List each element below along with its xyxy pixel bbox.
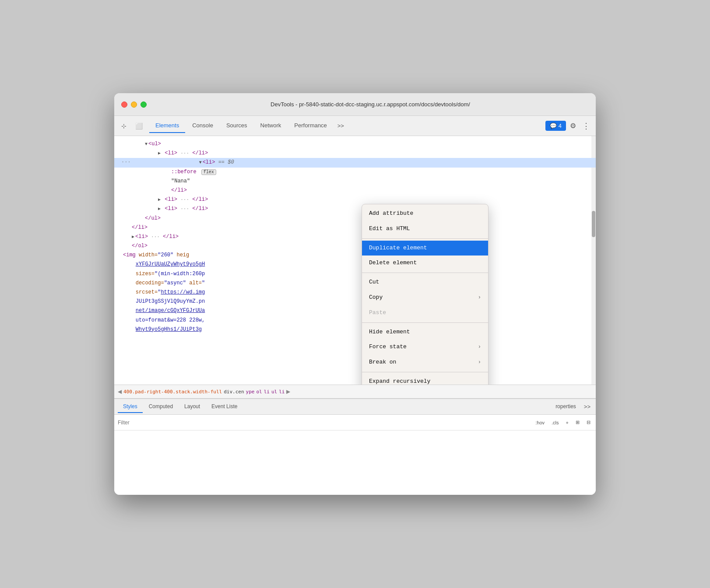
dom-line[interactable]: decoding="async" alt=" — [114, 279, 596, 288]
dom-line[interactable]: ▶ <li> ··· </li> — [114, 195, 596, 204]
menu-separator — [362, 238, 488, 239]
chat-count: 4 — [559, 122, 562, 129]
dom-line[interactable]: "Nana" — [114, 177, 596, 186]
menu-item-cut[interactable]: Cut — [362, 275, 488, 290]
hov-button[interactable]: :hov — [534, 419, 546, 426]
sidebar-toggle-button[interactable]: ⊟ — [585, 419, 592, 426]
triangle-icon: ▶ — [158, 206, 161, 211]
ellipsis: ··· — [121, 158, 131, 167]
menu-item-label: Add attribute — [369, 209, 413, 218]
add-style-button[interactable]: + — [564, 419, 570, 426]
tab-computed[interactable]: Computed — [144, 401, 178, 413]
tab-more-button[interactable]: >> — [582, 402, 592, 412]
dom-line[interactable]: ▶ <li> ··· </li> — [114, 149, 596, 158]
dom-line[interactable]: xYFGJrUUaUZyWhyt9yo5gH — [114, 260, 596, 269]
dom-line[interactable]: ::before flex — [114, 168, 596, 177]
bottom-tab-bar: Styles Computed Layout Event Liste roper… — [114, 399, 596, 415]
cursor-icon[interactable]: ⊹ — [118, 120, 130, 132]
breadcrumb-item[interactable]: li — [264, 389, 270, 395]
menu-item-label: Cut — [369, 278, 379, 287]
dom-line-selected[interactable]: ··· ▼<li> == $0 — [114, 158, 596, 167]
menu-item-hide[interactable]: Hide element — [362, 325, 488, 340]
dom-line[interactable]: </li> — [114, 186, 596, 195]
menu-item-label: Break on — [369, 358, 396, 367]
tab-properties[interactable]: roperties — [550, 401, 581, 413]
menu-item-force-state[interactable]: Force state › — [362, 340, 488, 355]
filter-input[interactable] — [118, 420, 530, 426]
minimize-button[interactable] — [131, 102, 137, 108]
dom-line[interactable]: <img width="260" heig — [114, 251, 596, 260]
triangle-icon: ▶ — [158, 197, 161, 202]
breadcrumb-item[interactable]: 400.pad-right-400.stack.width-full — [123, 389, 222, 395]
tab-sources[interactable]: Sources — [220, 119, 253, 133]
maximize-button[interactable] — [141, 102, 147, 108]
breadcrumb-item[interactable]: ul — [271, 389, 277, 395]
menu-item-label: Expand recursively — [369, 377, 430, 385]
dom-panel[interactable]: ▼<ul> ▶ <li> ··· </li> ··· ▼<li> == $0 :… — [114, 136, 596, 385]
settings-button[interactable]: ⚙ — [567, 120, 579, 132]
menu-item-break-on[interactable]: Break on › — [362, 355, 488, 370]
dom-line[interactable]: </ol> — [114, 242, 596, 251]
tab-console[interactable]: Console — [186, 119, 219, 133]
menu-item-expand-recursively[interactable]: Expand recursively — [362, 374, 488, 385]
tab-styles[interactable]: Styles — [118, 401, 143, 413]
window-title: DevTools - pr-5840-static-dot-dcc-stagin… — [152, 101, 589, 108]
menu-separator — [362, 322, 488, 323]
tab-event-listeners[interactable]: Event Liste — [206, 401, 243, 413]
dom-line[interactable]: net/image/cGQxYFGJrUUa — [114, 306, 596, 315]
menu-item-add-attribute[interactable]: Add attribute — [362, 206, 488, 221]
close-button[interactable] — [121, 102, 127, 108]
cls-button[interactable]: .cls — [550, 419, 561, 426]
dom-line[interactable]: srcset="https://wd.img — [114, 288, 596, 297]
menu-item-duplicate[interactable]: Duplicate element — [362, 241, 488, 256]
tab-more-button[interactable]: >> — [334, 121, 348, 131]
chevron-right-icon: › — [478, 294, 481, 302]
menu-item-paste: Paste — [362, 305, 488, 321]
dom-line[interactable]: Whyt9yo5gHhs1/JUiPt3g — [114, 325, 596, 334]
menu-separator — [362, 273, 488, 273]
tab-network[interactable]: Network — [254, 119, 288, 133]
chat-badge[interactable]: 💬 4 — [545, 121, 566, 131]
tab-layout[interactable]: Layout — [179, 401, 205, 413]
dom-line[interactable]: ▶<li> ··· </li> — [114, 232, 596, 242]
scrollbar-thumb[interactable] — [592, 211, 595, 237]
titlebar: DevTools - pr-5840-static-dot-dcc-stagin… — [114, 93, 596, 116]
breadcrumb-right-arrow[interactable]: ▶ — [286, 388, 290, 395]
menu-item-label: Hide element — [369, 328, 410, 337]
dom-line[interactable]: ▼<ul> — [114, 140, 596, 149]
dom-line[interactable]: sizes="(min-width:260p — [114, 270, 596, 279]
breadcrumb-item[interactable]: div.cen — [224, 389, 244, 395]
scrollbar[interactable] — [591, 136, 596, 385]
chat-icon: 💬 — [550, 122, 557, 129]
tab-performance[interactable]: Performance — [288, 119, 333, 133]
dom-line[interactable]: JUiPt3gSSjVlQ9uyYmZ.pn — [114, 297, 596, 306]
bottom-panel: Styles Computed Layout Event Liste roper… — [114, 399, 596, 495]
more-dots-button[interactable]: ⋮ — [580, 120, 592, 132]
copy-style-button[interactable]: ⊞ — [574, 419, 581, 426]
triangle-icon: ▼ — [145, 142, 148, 147]
breadcrumb-item[interactable]: ype — [246, 389, 255, 395]
dom-line[interactable]: </li> — [114, 223, 596, 232]
breadcrumb-left-arrow[interactable]: ◀ — [118, 388, 122, 395]
triangle-icon: ▼ — [199, 160, 202, 165]
chevron-right-icon: › — [478, 343, 481, 351]
breadcrumb-item[interactable]: ol — [256, 389, 262, 395]
flex-badge: flex — [201, 169, 216, 175]
menu-item-copy[interactable]: Copy › — [362, 290, 488, 305]
dom-line[interactable]: ▶ <li> ··· </li> — [114, 204, 596, 214]
devtools-window: DevTools - pr-5840-static-dot-dcc-stagin… — [114, 93, 596, 495]
main-content: ▼<ul> ▶ <li> ··· </li> ··· ▼<li> == $0 :… — [114, 136, 596, 495]
device-icon[interactable]: ⬜ — [133, 120, 145, 132]
menu-item-label: Edit as HTML — [369, 224, 410, 234]
tab-elements[interactable]: Elements — [149, 119, 185, 133]
traffic-lights — [121, 102, 147, 108]
menu-item-delete[interactable]: Delete element — [362, 256, 488, 271]
dom-line[interactable]: </ul> — [114, 214, 596, 223]
menu-item-edit-html[interactable]: Edit as HTML — [362, 221, 488, 237]
dom-line[interactable]: uto=format&w=228 228w, — [114, 316, 596, 325]
triangle-icon: ▶ — [132, 234, 134, 239]
breadcrumb: ◀ 400.pad-right-400.stack.width-full div… — [114, 385, 596, 399]
context-menu: Add attribute Edit as HTML Duplicate ele… — [362, 204, 489, 385]
devtools-tab-bar: ⊹ ⬜ Elements Console Sources Network Per… — [114, 116, 596, 136]
breadcrumb-item[interactable]: li — [279, 389, 285, 395]
